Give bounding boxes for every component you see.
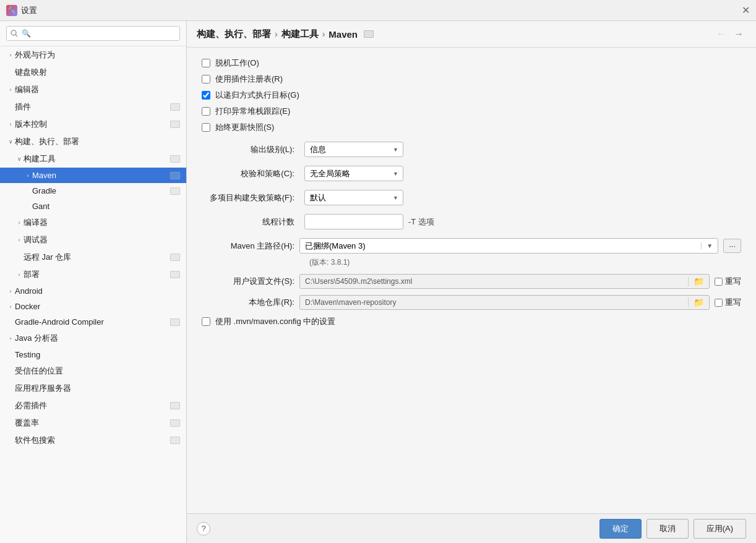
user-settings-browse-icon[interactable]: 📁 — [688, 276, 709, 286]
sidebar-item-appearance[interactable]: ›外观与行为 — [0, 46, 186, 64]
user-settings-input-wrap: 📁 — [299, 274, 710, 289]
sidebar-item-plugins[interactable]: 插件 — [0, 98, 186, 116]
sidebar-item-remote-jar[interactable]: 远程 Jar 仓库 — [0, 249, 186, 266]
title-bar: 🔧 设置 ✕ — [0, 0, 756, 21]
recursive-checkbox[interactable] — [202, 91, 210, 100]
sidebar-arrow-build: ∨ — [6, 139, 15, 145]
help-button[interactable]: ? — [197, 522, 210, 536]
maven-home-input[interactable] — [300, 239, 701, 253]
print-stack-checkbox[interactable] — [202, 107, 210, 116]
sidebar-label-gradle-android: Gradle-Android Compiler — [15, 317, 170, 327]
search-box — [0, 21, 186, 46]
sidebar-item-keymap[interactable]: 键盘映射 — [0, 64, 186, 81]
nav-arrows: ← → — [714, 27, 746, 41]
plugin-registry-label[interactable]: 使用插件注册表(R) — [215, 74, 283, 85]
breadcrumb-sep-0: › — [275, 29, 278, 39]
user-settings-input[interactable] — [300, 275, 688, 288]
ok-button[interactable]: 确定 — [599, 519, 642, 539]
checkbox-offline: 脱机工作(O) — [202, 58, 741, 69]
use-mvn-config-label[interactable]: 使用 .mvn/maven.config 中的设置 — [215, 316, 335, 327]
sidebar-label-build: 构建、执行、部署 — [15, 136, 180, 147]
sidebar-item-vcs[interactable]: ›版本控制 — [0, 116, 186, 133]
sidebar-item-android[interactable]: ›Android — [0, 283, 186, 299]
sidebar-item-pkg-search[interactable]: 软件包搜索 — [0, 432, 186, 449]
sidebar-item-debugger[interactable]: ›调试器 — [0, 231, 186, 249]
nav-forward-button[interactable]: → — [731, 27, 746, 41]
sidebar-item-coverage[interactable]: 覆盖率 — [0, 414, 186, 432]
sidebar-label-android: Android — [15, 286, 180, 296]
settings-form: 脱机工作(O) 使用插件注册表(R) 以递归方式执行目标(G) 打印异常堆栈跟踪… — [187, 48, 756, 513]
sidebar-label-pkg-search: 软件包搜索 — [15, 435, 170, 446]
user-settings-row: 用户设置文件(S): 📁 重写 — [202, 274, 741, 289]
sidebar-arrow-compiler: › — [15, 220, 24, 226]
cancel-button[interactable]: 取消 — [646, 519, 689, 539]
output-level-select[interactable]: 信息 调试 警告 错误 — [304, 142, 403, 157]
sidebar-item-docker[interactable]: ›Docker — [0, 299, 186, 314]
maven-home-chevron[interactable]: ▼ — [701, 242, 718, 249]
thread-count-input[interactable] — [304, 214, 403, 229]
sidebar-label-testing: Testing — [15, 350, 180, 359]
sidebar-label-maven: Maven — [32, 171, 170, 180]
offline-checkbox[interactable] — [202, 59, 210, 67]
print-stack-label[interactable]: 打印异常堆栈跟踪(E) — [215, 106, 290, 117]
sidebar-label-trusted: 受信任的位置 — [15, 366, 180, 377]
sidebar-item-deployment[interactable]: ›部署 — [0, 266, 186, 283]
checkbox-plugin-registry: 使用插件注册表(R) — [202, 74, 741, 85]
maven-home-browse-button[interactable]: ··· — [723, 239, 741, 253]
nav-back-button[interactable]: ← — [714, 27, 729, 41]
recursive-label[interactable]: 以递归方式执行目标(G) — [215, 90, 299, 101]
search-input[interactable] — [6, 26, 180, 41]
sidebar-arrow-docker: › — [6, 304, 15, 310]
check-policy-label: 校验和策略(C): — [202, 168, 294, 179]
sidebar-item-gradle-android[interactable]: Gradle-Android Compiler — [0, 314, 186, 330]
sidebar-item-build[interactable]: ∨构建、执行、部署 — [0, 133, 186, 150]
use-mvn-config-checkbox[interactable] — [202, 317, 210, 326]
sidebar-item-editor[interactable]: ›编辑器 — [0, 81, 186, 98]
sidebar-label-build-tools: 构建工具 — [24, 153, 170, 165]
sidebar-item-compiler[interactable]: ›编译器 — [0, 214, 186, 231]
plugin-registry-checkbox[interactable] — [202, 75, 210, 83]
sidebar-icon-gradle — [170, 187, 180, 195]
sidebar-arrow-appearance: › — [6, 52, 15, 58]
sidebar-item-gradle[interactable]: Gradle — [0, 183, 186, 199]
sidebar-item-gant[interactable]: Gant — [0, 199, 186, 214]
sidebar-item-trusted[interactable]: 受信任的位置 — [0, 362, 186, 380]
offline-label[interactable]: 脱机工作(O) — [215, 58, 259, 69]
user-settings-override-checkbox[interactable] — [715, 278, 723, 286]
check-policy-select-wrapper: 无全局策略 严格 宽松 — [304, 166, 403, 181]
apply-button[interactable]: 应用(A) — [694, 519, 746, 539]
local-repo-override-label[interactable]: 重写 — [725, 297, 741, 308]
user-settings-override-label[interactable]: 重写 — [725, 276, 741, 287]
local-repo-browse-icon[interactable]: 📁 — [688, 297, 709, 307]
sidebar-label-keymap: 键盘映射 — [15, 67, 180, 78]
use-mvn-config-row: 使用 .mvn/maven.config 中的设置 — [202, 316, 741, 327]
check-policy-control: 无全局策略 严格 宽松 — [304, 166, 741, 181]
thread-count-label: 线程计数 — [202, 216, 294, 228]
fail-policy-select[interactable]: 默认 快速失败 最后失败 从不失败 — [304, 190, 403, 205]
local-repo-input[interactable] — [300, 296, 688, 309]
sidebar-item-maven[interactable]: ›Maven — [0, 168, 186, 183]
output-level-label: 输出级别(L): — [202, 144, 294, 155]
sidebar-label-gradle: Gradle — [32, 186, 170, 195]
breadcrumb: 构建、执行、部署 › 构建工具 › Maven ← → — [187, 21, 756, 48]
user-settings-override: 重写 — [715, 276, 741, 287]
sidebar-item-testing[interactable]: Testing — [0, 347, 186, 362]
sidebar-icon-coverage — [170, 419, 180, 427]
local-repo-override-checkbox[interactable] — [715, 299, 723, 307]
close-button[interactable]: ✕ — [742, 6, 750, 15]
checkbox-recursive: 以递归方式执行目标(G) — [202, 90, 741, 101]
sidebar-item-appserver[interactable]: 应用程序服务器 — [0, 380, 186, 397]
sidebar-list: ›外观与行为键盘映射›编辑器插件›版本控制∨构建、执行、部署∨构建工具›Mave… — [0, 46, 186, 543]
sidebar-label-compiler: 编译器 — [24, 217, 180, 228]
fail-policy-row: 多项目构建失败策略(F): 默认 快速失败 最后失败 从不失败 — [202, 190, 741, 205]
check-policy-select[interactable]: 无全局策略 严格 宽松 — [304, 166, 403, 181]
sidebar-item-required-plugins[interactable]: 必需插件 — [0, 397, 186, 414]
sidebar-item-build-tools[interactable]: ∨构建工具 — [0, 150, 186, 168]
always-update-checkbox[interactable] — [202, 123, 210, 132]
local-repo-input-wrap: 📁 — [299, 295, 710, 310]
sidebar-icon-deployment — [170, 271, 180, 278]
always-update-label[interactable]: 始终更新快照(S) — [215, 122, 274, 133]
sidebar-item-java-analyzer[interactable]: ›Java 分析器 — [0, 330, 186, 347]
bottom-bar-left: ? — [197, 522, 210, 536]
sidebar-label-gant: Gant — [32, 202, 180, 211]
